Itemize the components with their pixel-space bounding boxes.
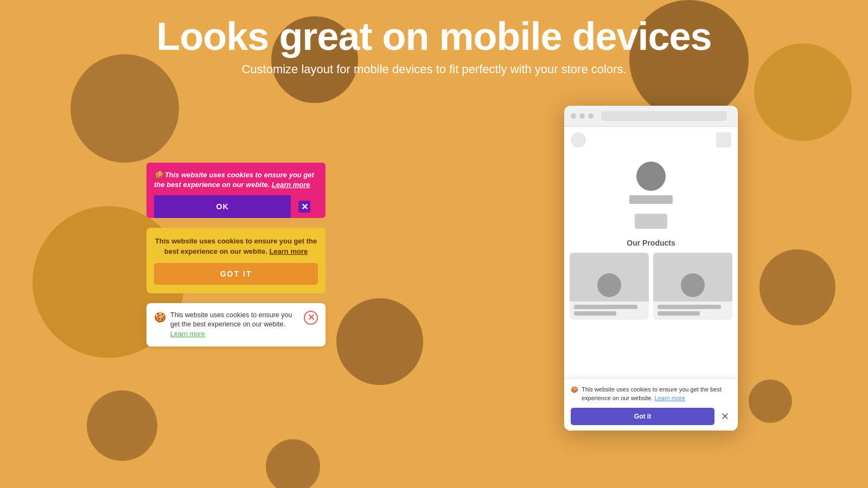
browser-dot-red (571, 113, 576, 119)
browser-cookie-text: 🍪 This website uses cookies to ensure yo… (571, 386, 731, 402)
product-circle-1 (597, 273, 621, 297)
browser-logo-circle (636, 162, 666, 191)
browser-cookie-actions: Got it ✕ (571, 408, 731, 425)
browser-dot-yellow (579, 113, 585, 119)
browser-promo-bar (635, 214, 667, 229)
product-price-bar-1 (574, 311, 616, 316)
browser-content: Our Products (564, 127, 738, 431)
banner3-close-icon: ✕ (304, 311, 318, 325)
browser-mockup: Our Products (564, 106, 738, 431)
cookie-banner-yellow: This website uses cookies to ensure you … (146, 228, 326, 293)
browser-product-grid (564, 253, 738, 320)
banner3-learn-more-link[interactable]: Learn more (170, 330, 205, 338)
browser-close-button[interactable]: ✕ (719, 408, 731, 425)
browser-got-it-button[interactable]: Got it (571, 408, 714, 425)
cookie-banners-container: 🍪 This website uses cookies to ensure yo… (146, 163, 326, 346)
banner3-message: This website uses cookies to ensure you … (170, 311, 292, 329)
product-circle-2 (681, 273, 705, 297)
browser-product-info-1 (570, 301, 649, 320)
banner3-close-button[interactable]: ✕ (304, 311, 318, 325)
banner2-text: This website uses cookies to ensure you … (154, 236, 318, 256)
cookie-banner-white: 🍪 This website uses cookies to ensure yo… (146, 303, 326, 347)
banner1-text: 🍪 This website uses cookies to ensure yo… (154, 170, 318, 195)
product-price-bar-2 (658, 311, 700, 316)
browser-product-card-2 (653, 253, 732, 320)
browser-cart-icon (716, 132, 731, 147)
banner3-text: This website uses cookies to ensure you … (170, 311, 299, 339)
banner1-ok-button[interactable]: OK (154, 195, 291, 218)
browser-products-heading: Our Products (564, 234, 738, 253)
browser-search-icon (571, 132, 586, 147)
browser-cookie-icon: 🍪 (571, 386, 578, 394)
banner2-got-it-button[interactable]: GOT IT (154, 263, 318, 285)
browser-logo-area (564, 153, 738, 208)
browser-dot-green (588, 113, 593, 119)
browser-product-info-2 (653, 301, 732, 320)
cookie-banner-pink: 🍪 This website uses cookies to ensure yo… (146, 163, 326, 218)
browser-top-bar (564, 127, 738, 153)
browser-cookie-message: This website uses cookies to ensure you … (582, 386, 731, 402)
browser-product-card-1 (570, 253, 649, 320)
browser-product-img-2 (653, 253, 732, 301)
banner1-close-icon: ✕ (298, 201, 310, 213)
product-name-bar-1 (574, 305, 637, 309)
banner1-close-button[interactable]: ✕ (291, 195, 318, 218)
product-name-bar-2 (658, 305, 721, 309)
browser-cookie-bar: 🍪 This website uses cookies to ensure yo… (564, 378, 738, 431)
browser-chrome (564, 106, 738, 127)
banner1-cookie-icon: 🍪 (154, 171, 163, 179)
banner3-cookie-icon: 🍪 (154, 311, 166, 323)
banner2-learn-more-link[interactable]: Learn more (269, 247, 308, 255)
page-header: Looks great on mobile devices Customize … (0, 0, 868, 76)
browser-logo-text (629, 195, 673, 204)
page-title: Looks great on mobile devices (0, 15, 868, 58)
browser-product-img-1 (570, 253, 649, 301)
browser-url-bar (601, 111, 727, 121)
browser-learn-more-link[interactable]: Learn more (655, 395, 685, 401)
banner1-learn-more-link[interactable]: Learn more (272, 181, 310, 189)
page-subtitle: Customize layout for mobile devices to f… (0, 62, 868, 76)
banner1-actions: OK ✕ (154, 195, 318, 218)
